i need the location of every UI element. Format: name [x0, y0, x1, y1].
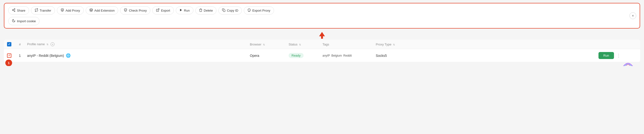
num-col-label: # — [19, 43, 20, 46]
tag-belgium: Belgium — [332, 54, 342, 57]
export-proxy-label: Export Proxy — [252, 9, 270, 12]
tag-anyip: anyIP — [322, 54, 330, 57]
svg-rect-9 — [223, 10, 225, 12]
transfer-icon — [34, 8, 38, 12]
delete-label: Delete — [204, 9, 213, 12]
export-icon — [156, 8, 160, 12]
add-proxy-icon — [60, 8, 64, 12]
header-proxy-col: Proxy Type ⇅ — [374, 43, 596, 46]
profile-col-label: Profile name — [27, 42, 45, 46]
tags-cell: anyIP Belgium Reddit — [320, 54, 374, 57]
run-icon — [180, 8, 182, 12]
delete-button[interactable]: Delete — [196, 6, 217, 14]
tag-reddit: Reddit — [343, 54, 352, 57]
add-proxy-button[interactable]: Add Proxy — [57, 6, 84, 14]
svg-line-7 — [157, 9, 159, 10]
add-profile-icon[interactable]: + — [50, 42, 54, 46]
toolbar-row2: Import cookie — [8, 17, 636, 25]
run-label: Run — [184, 9, 190, 12]
svg-marker-8 — [180, 9, 182, 11]
browser-small-icon: 🌐 — [66, 53, 71, 58]
arrow-indicator — [0, 31, 644, 39]
check-proxy-button[interactable]: Check Proxy — [120, 6, 150, 14]
check-proxy-label: Check Proxy — [129, 9, 147, 12]
proxy-sort-icon[interactable]: ⇅ — [393, 43, 395, 46]
status-col-label: Status — [288, 43, 298, 46]
run-button[interactable]: Run — [176, 6, 194, 14]
header-status-col: Status ⇅ — [287, 43, 320, 46]
browser-value: Opera — [250, 54, 259, 58]
header-browser-col: Browser ⇅ — [248, 43, 287, 46]
svg-line-3 — [13, 10, 14, 11]
header-num-col: # — [14, 43, 25, 46]
more-options-icon[interactable]: ⋮ — [616, 53, 621, 58]
add-proxy-label: Add Proxy — [66, 9, 80, 12]
copy-id-label: Copy ID — [227, 9, 238, 12]
transfer-button[interactable]: Transfer — [31, 6, 55, 14]
add-extension-button[interactable]: Add Extension — [86, 6, 118, 14]
copy-id-icon — [222, 8, 226, 12]
browser-col-label: Browser — [250, 43, 262, 46]
import-cookie-icon — [12, 19, 16, 23]
row-checkbox[interactable] — [7, 53, 12, 58]
share-icon — [12, 8, 16, 12]
proxy-col-label: Proxy Type — [376, 43, 392, 46]
toolbar-row1: Share Transfer Add Proxy Add Extension — [8, 6, 636, 14]
browser-cell: Opera — [248, 54, 287, 58]
run-row-button[interactable]: Run — [598, 52, 614, 59]
header-checkbox-col — [4, 42, 14, 46]
status-sort-icon[interactable]: ⇅ — [299, 43, 301, 46]
row-checkbox-col — [4, 53, 14, 58]
import-cookie-button[interactable]: Import cookie — [8, 17, 40, 25]
share-label: Share — [17, 9, 26, 12]
status-badge: Ready — [288, 53, 304, 58]
actions-cell: Run ⋮ — [596, 52, 640, 59]
browser-sort-icon[interactable]: ⇅ — [263, 43, 265, 46]
row-num: 1 — [19, 54, 21, 58]
profile-sort-icon[interactable]: ⇅ — [46, 43, 48, 46]
svg-marker-10 — [319, 32, 325, 39]
up-arrow-icon — [318, 31, 326, 39]
close-button[interactable]: × — [630, 12, 636, 19]
add-extension-label: Add Extension — [94, 9, 115, 12]
profile-name: anyIP - Reddit (Belgium) — [27, 54, 64, 58]
tags-col-label: Tags — [322, 43, 329, 46]
header-tags-col: Tags — [320, 43, 374, 46]
export-button[interactable]: Export — [152, 6, 174, 14]
select-all-checkbox[interactable] — [7, 42, 12, 46]
proxy-type-cell: Socks5 — [374, 54, 596, 58]
header-profile-col: Profile name ⇅ + — [25, 42, 248, 46]
status-cell: Ready — [287, 53, 320, 58]
anyip-logo: anyIP — [621, 61, 635, 66]
anyip-logo-arc — [621, 61, 635, 66]
add-extension-icon — [89, 8, 93, 12]
transfer-label: Transfer — [40, 9, 51, 12]
toolbar-container: Share Transfer Add Proxy Add Extension — [4, 3, 640, 28]
table-container: # Profile name ⇅ + Browser ⇅ Status ⇅ Ta… — [4, 40, 640, 62]
counter-badge: 1 — [5, 59, 12, 66]
export-proxy-icon — [248, 8, 251, 12]
profile-name-cell: anyIP - Reddit (Belgium) 🌐 — [25, 53, 248, 58]
table-header: # Profile name ⇅ + Browser ⇅ Status ⇅ Ta… — [4, 40, 640, 49]
check-proxy-icon — [124, 8, 127, 12]
close-icon: × — [632, 14, 634, 18]
export-proxy-button[interactable]: Export Proxy — [244, 6, 274, 14]
proxy-type-value: Socks5 — [376, 54, 387, 58]
svg-line-4 — [13, 9, 14, 10]
import-cookie-label: Import cookie — [17, 19, 36, 23]
copy-id-button[interactable]: Copy ID — [218, 6, 242, 14]
share-button[interactable]: Share — [8, 6, 29, 14]
delete-icon — [199, 8, 202, 12]
row-num-col: 1 — [14, 54, 25, 58]
table-row: 1 anyIP - Reddit (Belgium) 🌐 Opera Ready… — [4, 49, 640, 62]
export-label: Export — [161, 9, 170, 12]
